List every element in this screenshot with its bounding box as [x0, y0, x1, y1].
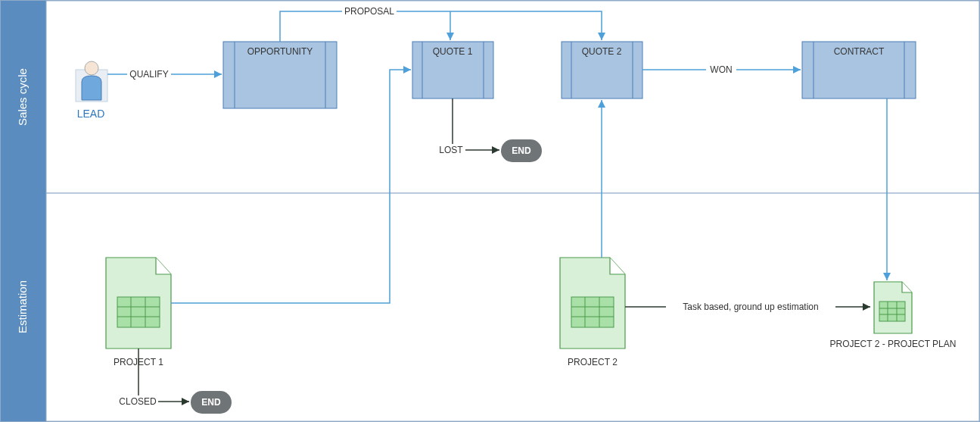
edge-label-closed: CLOSED [119, 396, 157, 407]
edge-label-taskbased: Task based, ground up estimation [683, 302, 818, 312]
node-quote2-label: QUOTE 2 [582, 46, 622, 57]
node-quote1-label: QUOTE 1 [433, 46, 473, 57]
diagram-canvas: Sales cycle Estimation LEAD QUALIFY OPPO… [0, 0, 980, 422]
svg-point-1 [85, 61, 98, 75]
edge-label-lost: LOST [439, 145, 463, 155]
node-project2-label: PROJECT 2 [568, 357, 618, 367]
node-project2 [560, 258, 625, 349]
node-contract-label: CONTRACT [834, 46, 885, 57]
svg-rect-30 [879, 302, 905, 321]
lane-title-sales: Sales cycle [16, 68, 29, 126]
node-opportunity: OPPORTUNITY [223, 42, 337, 108]
edge-label-qualify: QUALIFY [129, 69, 168, 80]
node-project2plan [874, 282, 912, 333]
svg-rect-24 [571, 297, 614, 327]
node-contract: CONTRACT [802, 42, 916, 98]
svg-rect-18 [117, 297, 160, 327]
lane-title-estimation: Estimation [16, 280, 29, 333]
node-end2-label: END [201, 397, 221, 408]
node-project2plan-label: PROJECT 2 - PROJECT PLAN [830, 339, 957, 349]
lead-label: LEAD [77, 108, 105, 120]
node-opportunity-label: OPPORTUNITY [247, 46, 313, 57]
edge-label-won: WON [710, 64, 732, 75]
node-project1 [106, 258, 171, 349]
edge-label-proposal: PROPOSAL [344, 6, 394, 17]
node-quote2: QUOTE 2 [562, 42, 642, 98]
node-quote1: QUOTE 1 [412, 42, 493, 98]
node-end1-label: END [512, 145, 531, 156]
